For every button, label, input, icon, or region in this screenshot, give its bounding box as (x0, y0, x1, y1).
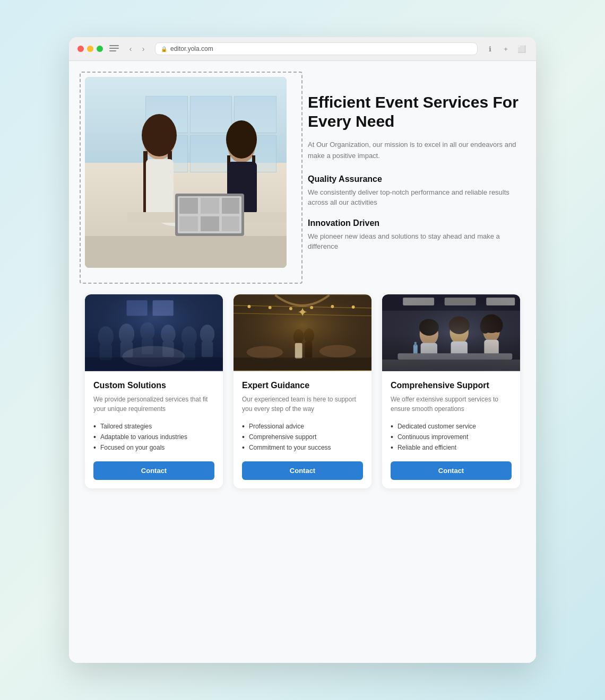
svg-rect-70 (484, 340, 498, 360)
svg-point-30 (161, 325, 175, 343)
browser-chrome: ‹ › 🔒 editor.yola.com ℹ + ⬜ (69, 37, 536, 61)
maximize-window-button[interactable] (97, 46, 103, 52)
list-item: Reliable and efficient (391, 442, 512, 453)
svg-rect-19 (222, 216, 239, 231)
students-image-bg (382, 294, 520, 371)
list-item: Adaptable to various industries (93, 432, 214, 442)
back-button[interactable]: ‹ (125, 43, 136, 54)
svg-point-28 (140, 322, 154, 340)
card-image-wedding (234, 294, 371, 371)
svg-rect-62 (414, 342, 417, 346)
feature-desc-quality: We consistently deliver top-notch perfor… (308, 187, 520, 208)
svg-rect-67 (451, 342, 468, 361)
card-body-expert: Expert Guidance Our experienced team is … (234, 371, 371, 488)
svg-rect-18 (201, 216, 219, 231)
svg-rect-61 (413, 345, 418, 356)
list-item: Dedicated customer service (391, 421, 512, 432)
card-title-expert: Expert Guidance (242, 381, 363, 390)
hero-img-background (85, 77, 287, 268)
url-text: editor.yola.com (170, 45, 213, 52)
browser-content: Efficient Event Services For Every Need … (69, 61, 536, 663)
card-expert-guidance: Expert Guidance Our experienced team is … (234, 294, 371, 488)
contact-button-support[interactable]: Contact (391, 461, 512, 480)
card-desc-expert: Our experienced team is here to support … (242, 395, 363, 414)
list-item: Professional advice (242, 421, 363, 432)
hero-text: Efficient Event Services For Every Need … (308, 82, 520, 262)
contact-button-expert[interactable]: Contact (242, 461, 363, 480)
svg-rect-15 (201, 198, 219, 214)
hero-image (85, 77, 287, 268)
feature-title-innovation: Innovation Driven (308, 218, 520, 228)
sidebar-toggle-icon[interactable] (109, 45, 119, 52)
feature-block-innovation: Innovation Driven We pioneer new ideas a… (308, 218, 520, 252)
card-comprehensive-support: Comprehensive Support We offer extensive… (382, 294, 520, 488)
conference-image-bg (85, 294, 223, 371)
svg-rect-55 (234, 357, 371, 371)
new-tab-button[interactable]: + (500, 43, 512, 55)
hero-title: Efficient Event Services For Every Need (308, 93, 520, 131)
svg-point-36 (123, 346, 185, 367)
list-item: Focused on your goals (93, 442, 214, 453)
card-list-custom: Tailored strategies Adaptable to various… (93, 421, 214, 453)
feature-desc-innovation: We pioneer new ideas and solutions to st… (308, 231, 520, 252)
card-desc-custom: We provide personalized services that fi… (93, 395, 214, 414)
forward-button[interactable]: › (138, 43, 149, 54)
svg-point-26 (119, 323, 134, 344)
card-desc-support: We offer extensive support services to e… (391, 395, 512, 414)
svg-rect-33 (183, 345, 195, 360)
svg-rect-16 (222, 198, 239, 214)
svg-point-32 (182, 326, 197, 347)
svg-rect-4 (146, 159, 174, 217)
close-window-button[interactable] (77, 46, 84, 52)
traffic-lights (77, 46, 103, 52)
svg-rect-20 (85, 236, 287, 268)
browser-actions: ℹ + ⬜ (484, 43, 528, 55)
security-lock-icon: 🔒 (161, 46, 167, 52)
svg-rect-64 (421, 343, 437, 363)
hero-description: At Our Organization, our mission is to e… (308, 139, 520, 162)
feature-title-quality: Quality Assurance (308, 174, 520, 184)
card-body-custom: Custom Solutions We provide personalized… (85, 371, 223, 488)
svg-rect-35 (202, 342, 213, 357)
svg-point-24 (98, 326, 114, 347)
svg-rect-38 (85, 295, 223, 370)
card-list-support: Dedicated customer service Continuous im… (391, 421, 512, 453)
list-item: Commitment to your success (242, 442, 363, 453)
card-list-expert: Professional advice Comprehensive suppor… (242, 421, 363, 453)
cards-section: Custom Solutions We provide personalized… (85, 294, 520, 488)
address-bar[interactable]: 🔒 editor.yola.com (155, 42, 478, 55)
card-title-support: Comprehensive Support (391, 381, 512, 390)
svg-rect-76 (382, 295, 520, 370)
svg-rect-17 (179, 216, 198, 231)
nav-arrows: ‹ › (125, 43, 149, 54)
card-title-custom: Custom Solutions (93, 381, 214, 390)
card-custom-solutions: Custom Solutions We provide personalized… (85, 294, 223, 488)
list-item: Continuous improvement (391, 432, 512, 442)
hero-section: Efficient Event Services For Every Need … (85, 77, 520, 268)
svg-rect-75 (382, 360, 520, 371)
extensions-button[interactable]: ⬜ (516, 43, 528, 55)
card-image-conference (85, 294, 223, 371)
svg-rect-37 (85, 357, 223, 371)
browser-window: ‹ › 🔒 editor.yola.com ℹ + ⬜ (69, 37, 536, 663)
svg-point-7 (226, 120, 257, 159)
wedding-image-bg (234, 294, 371, 371)
feature-block-quality: Quality Assurance We consistently delive… (308, 174, 520, 208)
page-content: Efficient Event Services For Every Need … (69, 61, 536, 504)
info-button[interactable]: ℹ (484, 43, 496, 55)
card-body-support: Comprehensive Support We offer extensive… (382, 371, 520, 488)
card-image-students (382, 294, 520, 371)
list-item: Tailored strategies (93, 421, 214, 432)
minimize-window-button[interactable] (87, 46, 93, 52)
list-item: Comprehensive support (242, 432, 363, 442)
svg-rect-74 (397, 353, 512, 360)
svg-rect-14 (179, 198, 198, 214)
svg-rect-29 (142, 339, 153, 354)
svg-point-1 (142, 114, 177, 156)
svg-point-34 (200, 325, 214, 343)
svg-rect-25 (99, 345, 112, 360)
svg-rect-31 (162, 342, 174, 357)
contact-button-custom[interactable]: Contact (93, 461, 214, 480)
svg-rect-27 (120, 342, 133, 357)
hero-image-wrapper (85, 77, 287, 268)
